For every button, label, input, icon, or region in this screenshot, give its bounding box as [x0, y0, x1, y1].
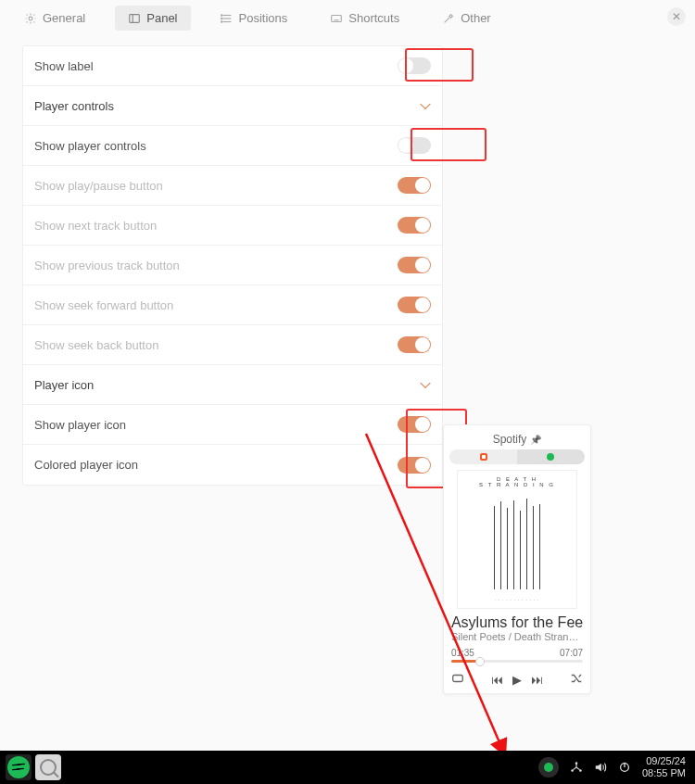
- media-app-row: Spotify: [493, 433, 542, 446]
- svg-rect-11: [453, 676, 463, 682]
- prev-button[interactable]: ⏮: [491, 673, 503, 687]
- row-seek-fwd: Show seek forward button: [23, 285, 442, 325]
- toggle-show-player-controls[interactable]: [398, 137, 431, 154]
- tab-panel[interactable]: Panel: [115, 6, 190, 31]
- tab-positions[interactable]: Positions: [208, 6, 301, 31]
- toggle-colored-icon[interactable]: [398, 457, 431, 474]
- album-bars: [494, 497, 540, 589]
- media-source-brave[interactable]: [449, 449, 517, 464]
- tools-icon: [442, 12, 455, 25]
- shuffle-button[interactable]: [570, 672, 583, 688]
- spotify-icon: [7, 756, 30, 778]
- panel-icon: [128, 12, 141, 25]
- svg-rect-1: [130, 14, 140, 22]
- svg-rect-9: [332, 15, 342, 21]
- row-colored-icon-text: Colored player icon: [34, 458, 398, 472]
- tab-general[interactable]: General: [11, 6, 98, 31]
- pin-icon[interactable]: [530, 433, 541, 446]
- tab-shortcuts-label: Shortcuts: [348, 11, 399, 25]
- row-prev: Show previous track button: [23, 246, 442, 285]
- tab-panel-label: Panel: [146, 11, 177, 25]
- time-total: 07:07: [560, 648, 583, 658]
- row-show-label-text: Show label: [34, 59, 398, 73]
- row-show-player-controls-text: Show player controls: [34, 139, 398, 153]
- toggle-seek-back[interactable]: [398, 336, 431, 353]
- media-controls: ⏮ ▶ ⏭: [451, 672, 583, 688]
- tabs-bar: General Panel Positions Shortcuts Other …: [0, 0, 695, 36]
- clock-date: 09/25/24: [642, 755, 686, 767]
- album-art: D E A T H S T R A N D I N G · · · · · · …: [457, 470, 577, 609]
- row-show-player-controls: Show player controls: [23, 126, 442, 166]
- next-button[interactable]: ⏭: [531, 673, 543, 687]
- toggle-show-label[interactable]: [398, 57, 431, 74]
- time-current: 01:35: [451, 648, 474, 658]
- toggle-play-pause[interactable]: [398, 177, 431, 194]
- svg-point-0: [29, 17, 32, 20]
- media-popup: Spotify D E A T H S T R A N D I N G · · …: [443, 424, 591, 694]
- clock-time: 08:55 PM: [642, 767, 686, 779]
- toggle-show-player-icon[interactable]: [398, 416, 431, 433]
- play-button[interactable]: ▶: [512, 673, 522, 687]
- row-seek-fwd-text: Show seek forward button: [34, 298, 398, 312]
- tray-network-icon[interactable]: [570, 761, 583, 774]
- tab-other[interactable]: Other: [429, 6, 504, 31]
- settings-panel: Show label Player controls Show player c…: [22, 45, 443, 486]
- seek-bar[interactable]: [451, 660, 583, 663]
- svg-point-7: [221, 18, 221, 19]
- row-play-pause: Show play/pause button: [23, 166, 442, 206]
- section-player-controls[interactable]: Player controls: [23, 86, 442, 126]
- media-source-tabs: [449, 449, 584, 464]
- row-show-player-icon-text: Show player icon: [34, 418, 398, 432]
- loop-button[interactable]: [451, 672, 464, 688]
- row-seek-back: Show seek back button: [23, 325, 442, 365]
- row-colored-icon: Colored player icon: [23, 445, 442, 485]
- magnify-icon: [40, 759, 57, 776]
- toggle-prev[interactable]: [398, 257, 431, 273]
- media-source-spotify[interactable]: [517, 449, 585, 464]
- row-seek-back-text: Show seek back button: [34, 338, 398, 352]
- track-title: Asylums for the Feeli: [451, 614, 583, 631]
- tab-shortcuts[interactable]: Shortcuts: [317, 6, 412, 31]
- gear-icon: [24, 12, 37, 25]
- media-app-name: Spotify: [493, 433, 527, 446]
- section-player-icon-label: Player icon: [34, 378, 431, 392]
- tray-volume-icon[interactable]: [594, 761, 607, 774]
- list-icon: [221, 12, 234, 25]
- svg-point-8: [221, 20, 221, 21]
- toggle-next[interactable]: [398, 217, 431, 234]
- row-show-player-icon: Show player icon: [23, 405, 442, 445]
- tab-general-label: General: [43, 11, 85, 25]
- section-player-controls-label: Player controls: [34, 99, 431, 113]
- row-show-label: Show label: [23, 46, 442, 86]
- track-subtitle: Silent Poets / Death Stranding: [451, 631, 583, 642]
- time-row: 01:35 07:07: [451, 648, 583, 658]
- brave-icon: [480, 453, 487, 461]
- spotify-icon: [547, 453, 554, 461]
- svg-point-6: [221, 14, 221, 15]
- row-next-text: Show next track button: [34, 219, 398, 233]
- row-play-pause-text: Show play/pause button: [34, 179, 398, 193]
- toggle-seek-fwd[interactable]: [398, 297, 431, 313]
- row-next: Show next track button: [23, 206, 442, 246]
- keyboard-icon: [330, 12, 343, 25]
- tray-spotify-indicator[interactable]: [538, 757, 559, 778]
- tray-power-icon[interactable]: [618, 761, 631, 774]
- spotify-icon: [544, 763, 553, 772]
- tab-other-label: Other: [461, 11, 491, 25]
- tab-positions-label: Positions: [239, 11, 288, 25]
- taskbar-image-viewer[interactable]: [35, 754, 61, 780]
- section-player-icon[interactable]: Player icon: [23, 365, 442, 405]
- close-button[interactable]: ✕: [667, 7, 686, 26]
- taskbar-spotify[interactable]: [6, 754, 32, 780]
- taskbar-clock[interactable]: 09/25/24 08:55 PM: [642, 755, 686, 778]
- album-line2: S T R A N D I N G: [479, 482, 555, 487]
- row-prev-text: Show previous track button: [34, 259, 398, 272]
- taskbar: 09/25/24 08:55 PM: [0, 751, 695, 784]
